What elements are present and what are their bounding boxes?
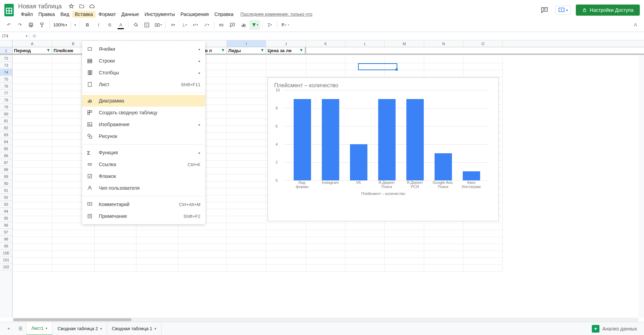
sheets-logo[interactable]: [3, 4, 15, 16]
document-title[interactable]: Новая таблица: [18, 3, 62, 10]
row-header-95[interactable]: 95: [0, 215, 12, 222]
row-header-89[interactable]: 89: [0, 173, 12, 180]
row-header-72[interactable]: 72: [0, 55, 12, 62]
row-header-90[interactable]: 90: [0, 180, 12, 187]
menu-item-pivot[interactable]: Создать сводную таблицу: [82, 107, 205, 119]
row-header-73[interactable]: 73: [0, 62, 12, 69]
row-header-91[interactable]: 91: [0, 187, 12, 194]
row-header-102[interactable]: 102: [0, 263, 12, 270]
name-box[interactable]: I74▾: [0, 33, 30, 39]
menu-item-cols[interactable]: Столбцы▸: [82, 67, 205, 79]
header-cell[interactable]: Период: [13, 47, 52, 54]
filter-icon[interactable]: [221, 48, 225, 52]
col-header-N[interactable]: N: [424, 40, 463, 47]
row-header-79[interactable]: 79: [0, 104, 12, 111]
sheet-menu-icon[interactable]: ▾: [100, 327, 102, 330]
col-header-A[interactable]: A: [13, 40, 52, 47]
sheet-tab[interactable]: Лист1▾: [26, 322, 53, 335]
col-header-I[interactable]: I: [227, 40, 266, 47]
select-all-corner[interactable]: [0, 40, 13, 47]
embedded-chart[interactable]: Плейсмент – количество 0246810 Лид-формы…: [268, 77, 499, 221]
format-dropdown[interactable]: ▾: [73, 20, 78, 30]
row-header-76[interactable]: 76: [0, 83, 12, 90]
link-button[interactable]: [216, 20, 226, 30]
add-sheet-button[interactable]: +: [3, 324, 15, 334]
functions-button[interactable]: Σ▾: [264, 20, 275, 30]
row-header-94[interactable]: 94: [0, 208, 12, 215]
row-header-83[interactable]: 83: [0, 131, 12, 138]
row-header-78[interactable]: 78: [0, 97, 12, 104]
menu-item-link[interactable]: СсылкаCtrl+K: [82, 158, 205, 170]
explore-button[interactable]: ✦ Анализ данных: [592, 325, 641, 333]
col-header-K[interactable]: K: [306, 40, 345, 47]
merge-button[interactable]: ▾: [153, 20, 163, 30]
row-header-87[interactable]: 87: [0, 159, 12, 166]
menu-item-sheet[interactable]: ЛистShift+F11: [82, 79, 205, 90]
menu-item-comment[interactable]: КомментарийCtrl+Alt+M: [82, 198, 205, 210]
wrap-button[interactable]: ↵▾: [190, 20, 200, 30]
star-icon[interactable]: [68, 3, 74, 9]
row-header-86[interactable]: 86: [0, 152, 12, 159]
vertical-scrollbar[interactable]: [638, 47, 644, 318]
spreadsheet-grid[interactable]: ABFGHIJKLMNO 172737475767778798081828384…: [0, 40, 644, 322]
menu-правка[interactable]: Правка: [35, 11, 57, 18]
col-header-O[interactable]: O: [463, 40, 503, 47]
menu-item-rows[interactable]: Строки▸: [82, 55, 205, 67]
menu-item-chip[interactable]: Чип пользователя: [82, 182, 205, 194]
share-button[interactable]: Настройки Доступа: [576, 5, 640, 16]
row-header-85[interactable]: 85: [0, 145, 12, 152]
paint-format-button[interactable]: [37, 20, 47, 30]
menu-формат[interactable]: Формат: [96, 11, 119, 18]
present-button[interactable]: ▾: [555, 6, 571, 15]
halign-button[interactable]: ≡▾: [168, 20, 178, 30]
comments-button[interactable]: [539, 4, 550, 16]
menu-расширения[interactable]: Расширения: [178, 11, 212, 18]
filter-button[interactable]: ▾: [249, 20, 260, 30]
filter-icon[interactable]: [46, 48, 50, 52]
strike-button[interactable]: S: [104, 20, 115, 30]
row-header-82[interactable]: 82: [0, 124, 12, 131]
italic-button[interactable]: I: [93, 20, 104, 30]
row-header-74[interactable]: 74: [0, 69, 12, 76]
menu-item-note[interactable]: ПримечаниеShift+F2: [82, 210, 205, 222]
all-sheets-button[interactable]: ☰: [15, 324, 26, 334]
row-header-77[interactable]: 77: [0, 90, 12, 97]
row-header-93[interactable]: 93: [0, 201, 12, 208]
row-header-96[interactable]: 96: [0, 222, 12, 229]
filter-icon[interactable]: [260, 48, 264, 52]
sheet-menu-icon[interactable]: ▾: [46, 326, 47, 330]
bold-button[interactable]: B: [82, 20, 93, 30]
sheet-tab[interactable]: Сводная таблица 1▾: [107, 322, 161, 335]
row-header-80[interactable]: 80: [0, 111, 12, 117]
row-header-98[interactable]: 98: [0, 236, 12, 243]
menu-item-cells[interactable]: Ячейки▸: [82, 43, 205, 55]
menu-данные[interactable]: Данные: [119, 11, 142, 18]
row-header-97[interactable]: 97: [0, 229, 12, 236]
fill-color-button[interactable]: [130, 20, 141, 30]
menu-вид[interactable]: Вид: [58, 11, 72, 18]
col-header-M[interactable]: M: [385, 40, 424, 47]
row-header-101[interactable]: 101: [0, 256, 12, 263]
menu-item-image[interactable]: Изображение▸: [82, 119, 205, 130]
print-button[interactable]: [26, 20, 36, 30]
addon-button[interactable]: P✓▾: [279, 20, 291, 30]
h-scroll-thumb[interactable]: [13, 318, 132, 321]
last-edit-link[interactable]: Последнее изменение: только что: [240, 11, 312, 17]
borders-button[interactable]: [142, 20, 152, 30]
row-header-99[interactable]: 99: [0, 243, 12, 250]
menu-инструменты[interactable]: Инструменты: [142, 11, 177, 18]
row-header-84[interactable]: 84: [0, 138, 12, 145]
filter-icon[interactable]: [299, 48, 303, 52]
sheet-tab[interactable]: Сводная таблица 2▾: [52, 322, 107, 335]
redo-button[interactable]: ↷: [15, 20, 25, 30]
sheet-menu-icon[interactable]: ▾: [154, 327, 156, 330]
header-cell[interactable]: Лиды: [227, 47, 266, 54]
menu-справка[interactable]: Справка: [212, 11, 236, 18]
row-header-1[interactable]: 1: [0, 47, 12, 55]
cloud-icon[interactable]: [89, 3, 95, 9]
row-header-75[interactable]: 75: [0, 76, 12, 83]
menu-item-chart[interactable]: Диаграмма: [82, 95, 205, 107]
header-cell[interactable]: Цена за ли: [266, 47, 306, 54]
rotate-button[interactable]: ⤢▾: [201, 20, 212, 30]
valign-button[interactable]: ⊥▾: [179, 20, 189, 30]
